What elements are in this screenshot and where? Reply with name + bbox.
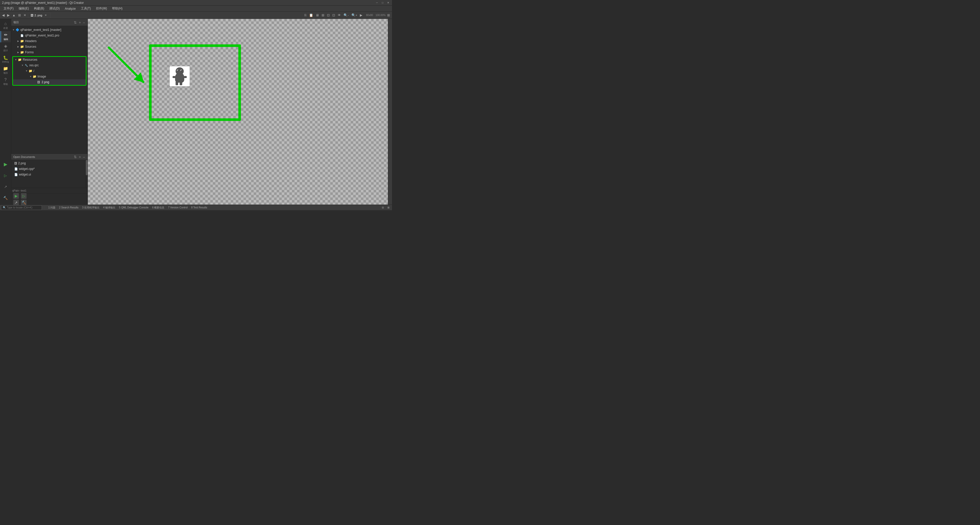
sidebar-item-edit[interactable]: ✏ 编辑 [0, 31, 11, 42]
doc-item-widget-ui[interactable]: 📄 widget.ui [11, 172, 86, 177]
eye-button[interactable]: 👁 [337, 13, 342, 18]
sprite-leg-right [180, 82, 182, 85]
menu-build[interactable]: 构建(B) [32, 6, 47, 11]
close-doc-button[interactable]: ✕ [22, 13, 27, 18]
search-box[interactable]: 🔍 [1, 205, 42, 210]
sidebar-item-help[interactable]: ? 帮助 [0, 76, 11, 87]
scrollbar-thumb[interactable] [86, 160, 88, 175]
docs-filter-button[interactable]: ⇅ [73, 155, 77, 159]
sidebar-deploy-button[interactable]: ↗ [0, 181, 11, 192]
panel-add-button[interactable]: + [78, 21, 81, 24]
zoom-out-button[interactable]: 🔍- [342, 13, 350, 18]
tree-label-resources: Resources [23, 58, 37, 62]
titlebar-controls: ─ □ ✕ [375, 1, 390, 5]
tree-item-root-folder[interactable]: ▼ 📁 / [13, 68, 86, 74]
doc-item-2png[interactable]: 🖼 2.png [11, 160, 86, 166]
nav-forward-button[interactable]: ▶ [6, 13, 11, 18]
panel-minimize-button[interactable]: – [83, 21, 86, 24]
sidebar-debug-run-button[interactable]: ▷ [0, 170, 11, 181]
search-icon: 🔍 [3, 206, 6, 209]
panel-test-results[interactable]: 8 Test Results [189, 205, 209, 210]
copy-button[interactable]: ⎘ [304, 13, 307, 18]
nav-up-button[interactable]: ▲ [11, 13, 17, 18]
root-folder-icon: 📁 [28, 69, 32, 73]
split-button[interactable]: ⊞ [17, 13, 22, 18]
debug-run-button[interactable]: ▷ [21, 193, 27, 199]
maximize-button[interactable]: □ [381, 1, 384, 5]
project-panel: 项目 ⇅ + – ▼ 🔷 qPainter_event_test1 [maste… [11, 19, 88, 205]
panel-problems[interactable]: 1 问题 [47, 205, 57, 210]
panel-qml-debugger[interactable]: 5 QML Debugger Console [118, 205, 150, 210]
expand-icon: ▼ [25, 70, 28, 72]
panel-sync-button[interactable]: ⇅ [73, 21, 77, 24]
panel-overview[interactable]: 6 概要信息 [151, 205, 166, 210]
minimize-button[interactable]: ─ [375, 1, 379, 5]
menu-analyze[interactable]: Analyze [62, 6, 78, 11]
doc-item-widget-cpp[interactable]: 📄 widget.cpp* [11, 166, 86, 172]
tab-close-button[interactable]: ✕ [44, 13, 48, 18]
docs-minimize-button[interactable]: – [83, 155, 86, 159]
tab-2png[interactable]: 🖼 2. png ✕ [28, 13, 51, 18]
zoom-in-button[interactable]: 🔍+ [350, 13, 359, 18]
titlebar: 2.png (Image @ qPainter_event_test1) [ma… [0, 0, 392, 6]
expand-icon: ▶ [16, 51, 20, 54]
nav-back-button[interactable]: ◀ [1, 13, 6, 18]
panel-toggle-button[interactable]: ⊟ [380, 205, 385, 210]
tree-item-sources[interactable]: ▶ 📁 Sources [11, 44, 88, 49]
tree-item-qrc[interactable]: ▼ 🔧 res.qrc [13, 62, 86, 68]
display-button[interactable]: 🖥 [315, 13, 320, 18]
grid-button[interactable]: ⊡ [326, 13, 331, 18]
sidebar-run-button[interactable]: ▶ [0, 159, 11, 170]
zoom-fit-button[interactable]: ⊡ [331, 13, 336, 18]
sidebar-item-welcome[interactable]: ⌂ 欢迎 [0, 20, 11, 31]
tree-label-sources: Sources [25, 45, 36, 48]
tree-item-resources[interactable]: ▼ 📁 Resources [13, 57, 86, 62]
doc-widgetui-label: widget.ui [19, 173, 31, 176]
sidebar-item-debug[interactable]: 🐛 Debug [0, 54, 11, 65]
tree-item-root[interactable]: ▼ 🔷 qPainter_event_test1 [master] [11, 27, 88, 33]
menu-controls[interactable]: 控件(W) [94, 6, 110, 11]
doc-widgetcpp-label: widget.cpp* [19, 167, 35, 171]
tree-label-forms: Forms [25, 51, 34, 54]
wrench-button[interactable]: 🔨 [21, 200, 27, 205]
open-docs-scrollbar[interactable] [86, 160, 88, 188]
panel-app-output[interactable]: 3 应用程序输出 [81, 205, 101, 210]
sidebar-item-design[interactable]: ◈ 设计 [0, 42, 11, 54]
aspect-button[interactable]: ⊞ [321, 13, 325, 18]
expand-icon: ▼ [21, 64, 24, 67]
debug-deploy-row: ↗ 🔨 [13, 200, 86, 205]
open-docs-panel: Open Documents ⇅ + – 🖼 2.png 📄 widget. [11, 154, 88, 205]
tree-item-headers[interactable]: ▶ 📁 Headers [11, 38, 88, 44]
menu-edit[interactable]: 编辑(E) [16, 6, 32, 11]
tree-item-pro[interactable]: 📄 qPainter_event_test1.pro [11, 33, 88, 38]
sidebar-item-label-help: 帮助 [3, 82, 8, 86]
panel-expand-button[interactable]: ⊞ [386, 205, 391, 210]
deploy-button[interactable]: ↗ [13, 200, 19, 205]
menu-file[interactable]: 文件(F) [1, 6, 16, 11]
play-button[interactable]: ▶ [359, 13, 363, 18]
open-docs-header: Open Documents ⇅ + – [11, 154, 88, 160]
sidebar-build-button[interactable]: 🔨 [0, 192, 11, 203]
tree-item-forms[interactable]: ▶ 📁 Forms [11, 49, 88, 55]
expand-button[interactable]: ⊞ [386, 13, 391, 18]
menu-debug[interactable]: 调试(D) [47, 6, 62, 11]
close-button[interactable]: ✕ [387, 1, 390, 5]
search-input[interactable] [7, 206, 40, 209]
window-title: 2.png (Image @ qPainter_event_test1) [ma… [2, 1, 84, 5]
menu-tools[interactable]: 工具(T) [78, 6, 94, 11]
paste-button[interactable]: 📋 [308, 13, 314, 18]
editor-scrollbar-right[interactable] [388, 19, 392, 205]
run-button[interactable]: ▶ [13, 193, 19, 199]
project-panel-header: 项目 ⇅ + – [11, 19, 88, 26]
sprite-leg-left [176, 82, 178, 85]
panel-version-control[interactable]: 7 Version Control [166, 205, 189, 210]
sidebar-item-project[interactable]: 📁 项目 [0, 65, 11, 76]
menu-help[interactable]: 帮助(H) [110, 6, 125, 11]
debug-icon: 🐛 [3, 56, 8, 60]
docs-add-button[interactable]: + [78, 155, 81, 159]
tree-item-2png[interactable]: 🖼 2.png [13, 79, 86, 85]
panel-search-results[interactable]: 2 Search Results [57, 205, 80, 210]
tree-item-image-folder[interactable]: ▼ 📁 Image [13, 74, 86, 79]
resources-folder-icon: 📁 [18, 58, 22, 62]
panel-compile-output[interactable]: 4 编译输出 [102, 205, 117, 210]
